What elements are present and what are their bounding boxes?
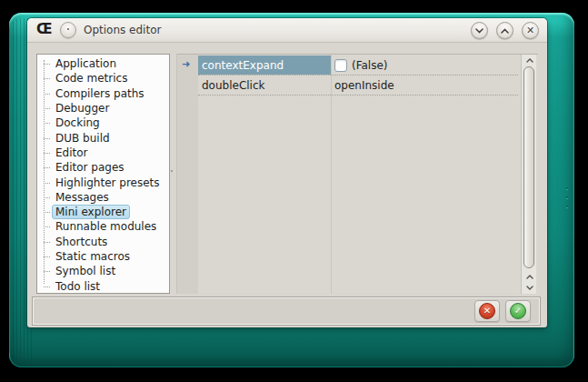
property-grid-gutter: ➜ [177, 55, 198, 294]
cancel-icon: ✕ [479, 303, 495, 319]
sidebar-item-mini-explorer[interactable]: Mini explorer [37, 205, 169, 219]
property-value[interactable]: (False) [331, 55, 518, 75]
sidebar-item-editor[interactable]: Editor [37, 146, 169, 160]
sidebar-item-highlighter-presets[interactable]: Highlighter presets [37, 175, 169, 189]
accept-icon: ✓ [510, 303, 526, 319]
chevron-down-icon [526, 286, 533, 290]
sidebar-item-symbol-list[interactable]: Symbol list [37, 264, 169, 278]
titlebar-menu-button[interactable] [60, 22, 76, 38]
cancel-button[interactable]: ✕ [474, 300, 500, 322]
sidebar-item-shortcuts[interactable]: Shortcuts [37, 235, 169, 249]
options-editor-window: Œ Options editor ✕ Application Code metr… [27, 18, 547, 327]
sidebar-item-debugger[interactable]: Debugger [37, 101, 169, 116]
chevron-up-icon [526, 58, 533, 63]
sidebar-item-editor-pages[interactable]: Editor pages [37, 160, 169, 175]
property-name[interactable]: contextExpand [198, 55, 331, 75]
close-button[interactable]: ✕ [522, 22, 539, 39]
sidebar-item-compilers-paths[interactable]: Compilers paths [37, 86, 169, 101]
accept-button[interactable]: ✓ [505, 300, 531, 322]
chevron-down-icon [475, 28, 483, 34]
window-title: Options editor [84, 18, 161, 43]
titlebar[interactable]: Œ Options editor ✕ [27, 18, 547, 43]
app-icon: Œ [36, 21, 52, 37]
property-grid: ➜ contextExpand (False) doubleClick open… [176, 54, 538, 294]
sidebar-item-messages[interactable]: Messages [37, 190, 169, 205]
property-value-label: openInside [334, 79, 394, 92]
frame-resize-grip[interactable] [565, 187, 568, 207]
shade-button[interactable] [471, 22, 488, 39]
sidebar-item-static-macros[interactable]: Static macros [37, 249, 169, 264]
property-row-doubleclick[interactable]: doubleClick openInside [198, 75, 518, 96]
sidebar-item-todo-list[interactable]: Todo list [37, 278, 169, 293]
property-row-contextexpand[interactable]: contextExpand (False) [198, 55, 518, 75]
sidebar-item-dub-build[interactable]: DUB build [37, 130, 169, 145]
sidebar-item-runnable-modules[interactable]: Runnable modules [37, 219, 169, 234]
property-value[interactable]: openInside [331, 75, 518, 95]
chevron-up-icon [526, 275, 533, 279]
property-name[interactable]: doubleClick [198, 75, 331, 95]
close-icon: ✕ [526, 25, 534, 35]
scroll-down-button[interactable] [522, 282, 537, 293]
vertical-scrollbar[interactable] [521, 55, 536, 294]
scroll-up-button[interactable] [522, 55, 537, 65]
property-value-label: (False) [352, 59, 388, 72]
sidebar-item-docking[interactable]: Docking [37, 116, 169, 130]
selected-row-arrow-icon: ➜ [182, 58, 190, 70]
maximize-button[interactable] [496, 22, 513, 39]
chevron-up-icon [501, 28, 509, 34]
sidebar-item-code-metrics[interactable]: Code metrics [37, 71, 169, 85]
scrollbar-thumb[interactable] [523, 66, 534, 268]
checkbox-unchecked[interactable] [334, 59, 347, 72]
sidebar-item-application[interactable]: Application [37, 56, 169, 71]
scroll-up-button-bottom[interactable] [522, 271, 537, 282]
category-tree[interactable]: Application Code metrics Compilers paths… [36, 54, 170, 294]
footer-toolbar: ✕ ✓ [33, 297, 540, 325]
